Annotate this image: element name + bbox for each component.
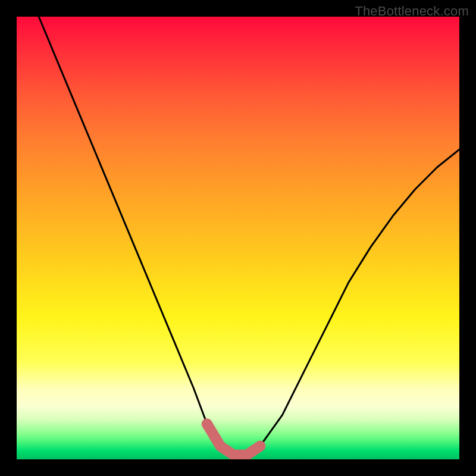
overlay-endpoint-right bbox=[255, 441, 265, 452]
plot-area bbox=[17, 17, 459, 459]
overlay-endpoint-left bbox=[202, 419, 212, 430]
curve-layer bbox=[17, 17, 459, 459]
optimal-zone-overlay bbox=[207, 424, 260, 455]
chart-frame: TheBottleneck.com bbox=[0, 0, 476, 476]
bottleneck-curve bbox=[39, 17, 459, 455]
